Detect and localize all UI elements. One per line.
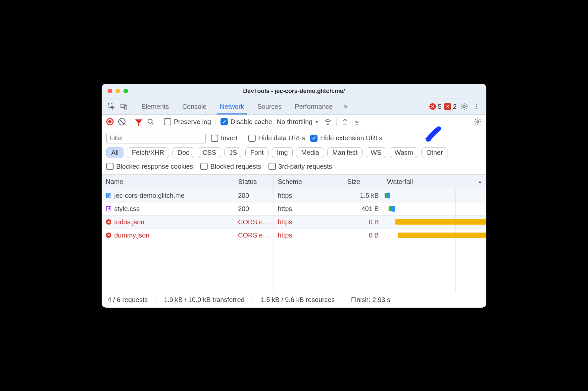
col-name[interactable]: Name <box>102 175 234 189</box>
cell-name[interactable]: style.css <box>102 202 234 216</box>
filter-pill-img[interactable]: Img <box>272 147 293 158</box>
tab-console[interactable]: Console <box>177 99 212 114</box>
filter-pill-js[interactable]: JS <box>224 147 242 158</box>
disable-cache-checkbox[interactable]: Disable cache <box>220 118 272 126</box>
resource-type-filters: All Fetch/XHR Doc CSS JS Font Img Media … <box>102 146 486 161</box>
issues-badge[interactable]: ✕ 2 <box>444 103 457 110</box>
main-tabs: Elements Console Network Sources Perform… <box>102 99 486 115</box>
device-toggle-icon[interactable] <box>119 102 129 111</box>
cell-name[interactable]: todos.json <box>102 216 234 229</box>
upload-har-icon[interactable] <box>341 118 349 125</box>
filter-pill-wasm[interactable]: Wasm <box>390 147 418 158</box>
svg-point-6 <box>476 108 477 109</box>
cell-waterfall <box>383 189 486 202</box>
filter-pill-css[interactable]: CSS <box>198 147 221 158</box>
svg-point-5 <box>476 106 477 107</box>
cell-size: 1.5 kB <box>343 189 383 202</box>
issues-count: 2 <box>453 103 457 110</box>
file-type-icon <box>106 232 112 238</box>
col-status[interactable]: Status <box>234 175 274 189</box>
cell-size: 0 B <box>343 229 383 242</box>
filter-pill-font[interactable]: Font <box>245 147 269 158</box>
cell-status: CORS e… <box>234 216 274 229</box>
cell-waterfall <box>383 229 486 242</box>
cell-scheme: https <box>274 229 343 242</box>
network-conditions-icon[interactable] <box>324 118 332 126</box>
filter-bar: Invert Hide data URLs Hide extension URL… <box>102 129 486 146</box>
checkbox-icon <box>220 118 228 125</box>
hide-extension-urls-checkbox[interactable]: Hide extension URLs <box>310 134 382 142</box>
window-controls <box>102 89 128 93</box>
preserve-log-checkbox[interactable]: Preserve log <box>164 118 211 126</box>
filter-pill-fetch[interactable]: Fetch/XHR <box>127 147 169 158</box>
checkbox-icon <box>164 118 171 125</box>
devtools-window: DevTools - jec-cors-demo.glitch.me/ Elem… <box>102 84 486 308</box>
status-resources: 1.5 kB / 9.6 kB resources <box>261 296 335 304</box>
invert-checkbox[interactable]: Invert <box>211 134 237 142</box>
cell-scheme: https <box>274 216 343 229</box>
filter-toggle-icon[interactable] <box>135 119 142 124</box>
cell-status: 200 <box>234 202 274 216</box>
chevron-down-icon: ▼ <box>315 119 319 124</box>
request-table: Name Status Scheme Size Waterfall▲ jec-c… <box>102 175 486 242</box>
record-button[interactable] <box>106 118 114 125</box>
tab-elements[interactable]: Elements <box>136 99 174 114</box>
status-transferred: 1.9 kB / 10.0 kB transferred <box>164 296 244 304</box>
col-scheme[interactable]: Scheme <box>274 175 343 189</box>
filter-pill-media[interactable]: Media <box>296 147 324 158</box>
secondary-filters: Blocked response cookies Blocked request… <box>102 161 486 175</box>
titlebar: DevTools - jec-cors-demo.glitch.me/ <box>102 84 486 99</box>
error-circle-icon: ✕ <box>429 103 436 110</box>
tab-performance[interactable]: Performance <box>290 99 338 114</box>
filter-pill-all[interactable]: All <box>106 147 123 158</box>
inspect-icon[interactable] <box>106 102 116 111</box>
blocked-cookies-checkbox[interactable]: Blocked response cookies <box>106 163 193 170</box>
svg-rect-2 <box>124 106 127 109</box>
tab-network[interactable]: Network <box>215 99 249 114</box>
errors-count: 5 <box>438 103 442 110</box>
svg-point-8 <box>327 124 328 125</box>
close-window-button[interactable] <box>108 89 112 93</box>
status-finish: Finish: 2.93 s <box>351 296 390 304</box>
network-toolbar: Preserve log Disable cache No throttling… <box>102 115 486 129</box>
network-settings-gear-icon[interactable] <box>474 118 482 126</box>
filter-pill-manifest[interactable]: Manifest <box>327 147 363 158</box>
kebab-menu-icon[interactable] <box>472 102 482 111</box>
cell-status: CORS e… <box>234 229 274 242</box>
filter-pill-other[interactable]: Other <box>421 147 448 158</box>
cell-waterfall <box>383 216 486 229</box>
cell-name[interactable]: jec-cors-demo.glitch.me <box>102 189 234 202</box>
clear-button[interactable] <box>118 118 125 125</box>
issue-square-icon: ✕ <box>444 103 451 110</box>
minimize-window-button[interactable] <box>116 89 120 93</box>
throttling-select[interactable]: No throttling ▼ <box>277 118 319 126</box>
col-size[interactable]: Size <box>343 175 383 189</box>
cell-scheme: https <box>274 202 343 216</box>
window-title: DevTools - jec-cors-demo.glitch.me/ <box>102 88 486 95</box>
col-waterfall[interactable]: Waterfall▲ <box>383 175 486 189</box>
filter-input[interactable] <box>106 133 206 144</box>
table-empty-area <box>102 242 486 292</box>
filter-pill-doc[interactable]: Doc <box>172 147 194 158</box>
errors-badge[interactable]: ✕ 5 <box>429 103 442 110</box>
download-har-icon[interactable] <box>353 118 361 125</box>
file-type-icon <box>106 193 112 198</box>
file-type-icon <box>106 219 112 225</box>
cell-size: 401 B <box>343 202 383 216</box>
svg-point-7 <box>148 119 152 123</box>
status-requests: 4 / 6 requests <box>108 296 148 304</box>
hide-data-urls-checkbox[interactable]: Hide data URLs <box>248 134 305 142</box>
cell-name[interactable]: dummy.json <box>102 229 234 242</box>
settings-gear-icon[interactable] <box>459 102 469 111</box>
svg-point-3 <box>463 106 465 108</box>
tab-sources[interactable]: Sources <box>252 99 287 114</box>
maximize-window-button[interactable] <box>123 89 128 93</box>
more-tabs-icon[interactable]: » <box>341 102 351 111</box>
search-icon[interactable] <box>147 118 154 125</box>
blocked-requests-checkbox[interactable]: Blocked requests <box>200 163 261 170</box>
cell-scheme: https <box>274 189 343 202</box>
filter-pill-ws[interactable]: WS <box>366 147 386 158</box>
third-party-checkbox[interactable]: 3rd-party requests <box>269 163 332 170</box>
cell-waterfall <box>383 202 486 216</box>
sort-indicator-icon: ▲ <box>478 179 482 184</box>
